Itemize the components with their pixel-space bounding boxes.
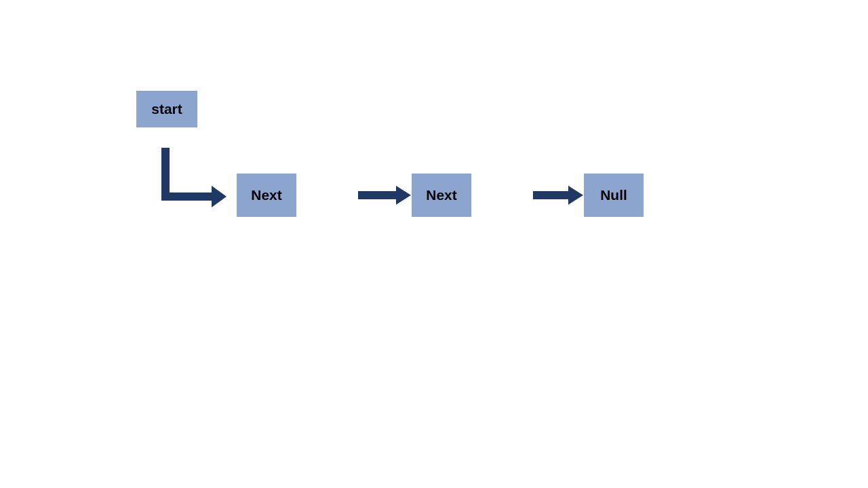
- start-box: start: [136, 90, 198, 128]
- node3-next-label: Null: [600, 187, 627, 203]
- node2-next-label: Next: [426, 187, 457, 203]
- node1-next-label: Next: [251, 187, 282, 203]
- node3-next-cell: Null: [583, 173, 644, 218]
- arrow-start-to-node1: [156, 140, 237, 207]
- node2-next-cell: Next: [411, 173, 472, 218]
- start-label: start: [151, 101, 182, 117]
- node1-next-cell: Next: [236, 173, 297, 218]
- arrow-node1-to-node2: [358, 184, 412, 206]
- arrow-node2-to-node3: [533, 184, 585, 206]
